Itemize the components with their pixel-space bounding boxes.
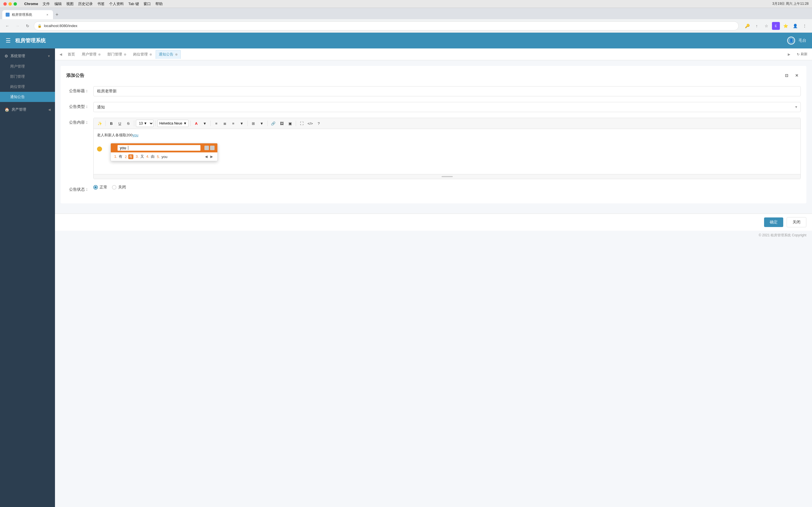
- tab-notices[interactable]: 通知公告 ⊗: [156, 50, 181, 59]
- ime-indicator: [114, 145, 116, 151]
- tab-next-btn[interactable]: ▶: [785, 51, 792, 58]
- menu-file[interactable]: 文件: [43, 1, 50, 6]
- table-arrow[interactable]: ▼: [258, 120, 266, 127]
- tab-positions[interactable]: 岗位管理 ⊗: [130, 50, 155, 59]
- sidebar-notice-label: 通知公告: [10, 95, 25, 99]
- video-btn[interactable]: ▣: [286, 120, 294, 127]
- unordered-list-btn[interactable]: ≡: [212, 120, 220, 127]
- title-input[interactable]: [93, 86, 801, 96]
- menu-dots-icon[interactable]: ⋮: [801, 22, 809, 30]
- new-tab-btn[interactable]: +: [53, 11, 61, 18]
- align-btn[interactable]: ≡: [229, 120, 237, 127]
- sidebar-toggle-btn[interactable]: ☰: [6, 37, 11, 44]
- share-icon[interactable]: ↑: [753, 22, 761, 30]
- tab-dept-close[interactable]: ⊗: [124, 53, 126, 56]
- menu-bookmarks[interactable]: 书签: [97, 1, 105, 6]
- status-normal-radio[interactable]: 正常: [93, 185, 107, 190]
- close-panel-btn[interactable]: ✕: [793, 71, 801, 79]
- tab-close-btn[interactable]: ×: [45, 12, 50, 17]
- address-bar-input[interactable]: 🔒 localhost:8080/index: [34, 21, 739, 31]
- ime-candidate-2[interactable]: 2. 有: [124, 154, 133, 159]
- status-closed-radio[interactable]: 关闭: [112, 185, 126, 190]
- reload-btn[interactable]: ↻: [24, 22, 32, 30]
- tab-prev-btn[interactable]: ◀: [57, 51, 64, 58]
- ime-candidate-5[interactable]: 5. you: [157, 155, 167, 159]
- tab-home[interactable]: 首页: [64, 50, 78, 59]
- strikethrough-btn[interactable]: S: [124, 120, 132, 127]
- maximize-panel-btn[interactable]: ⊡: [783, 71, 791, 79]
- font-family-dropdown[interactable]: Helvetica Neue ▼: [157, 120, 189, 127]
- sidebar-pos-label: 岗位管理: [10, 84, 25, 89]
- menu-edit[interactable]: 编辑: [54, 1, 62, 6]
- tab-users-label: 用户管理: [82, 52, 96, 57]
- font-color-arrow[interactable]: ▼: [201, 120, 209, 127]
- chrome-tab-active[interactable]: 租房管理系统 ×: [2, 10, 53, 19]
- candidate-3-index: 3.: [136, 154, 139, 159]
- bold-btn[interactable]: B: [107, 120, 115, 127]
- editor-resize-handle[interactable]: [442, 176, 453, 177]
- ime-prev-btn[interactable]: ◀: [204, 154, 209, 159]
- refresh-btn[interactable]: ↻ 刷新: [795, 51, 810, 58]
- extension-icon-1[interactable]: E: [772, 22, 780, 30]
- tab-pos-label: 岗位管理: [133, 52, 148, 57]
- maximize-window-btn[interactable]: [13, 2, 17, 6]
- ime-candidate-3[interactable]: 3. 又: [136, 154, 144, 159]
- candidate-5-index: 5.: [157, 155, 160, 159]
- ime-candidate-1[interactable]: 1. 有: [114, 154, 122, 159]
- sidebar-system-label: 系统管理: [10, 54, 25, 59]
- sidebar-item-departments[interactable]: 部门管理: [0, 71, 55, 82]
- menu-window[interactable]: 窗口: [144, 1, 151, 6]
- confirm-btn[interactable]: 确定: [764, 217, 783, 227]
- tab-departments[interactable]: 部门管理 ⊗: [104, 50, 130, 59]
- editor-text-typed: you: [133, 133, 139, 137]
- password-icon[interactable]: 🔑: [743, 22, 751, 30]
- magic-btn[interactable]: ✨: [96, 120, 104, 127]
- menu-history[interactable]: 历史记录: [78, 1, 93, 6]
- sidebar-section-property-header[interactable]: 🏠 房产管理 ◀: [0, 104, 55, 115]
- forward-btn[interactable]: →: [13, 22, 21, 30]
- ordered-list-btn[interactable]: ≣: [221, 120, 229, 127]
- underline-btn[interactable]: U: [116, 120, 124, 127]
- align-arrow[interactable]: ▼: [238, 120, 246, 127]
- menu-tab[interactable]: Tab 键: [128, 1, 139, 6]
- sidebar-item-positions[interactable]: 岗位管理: [0, 82, 55, 92]
- ime-control-2[interactable]: [210, 146, 214, 150]
- sidebar-item-notices[interactable]: 通知公告: [0, 92, 55, 102]
- ime-control-1[interactable]: [204, 146, 209, 150]
- user-profile-icon[interactable]: 👤: [791, 22, 799, 30]
- code-btn[interactable]: </>: [306, 120, 314, 127]
- ime-next-btn[interactable]: ▶: [209, 154, 214, 159]
- cancel-btn[interactable]: 关闭: [786, 217, 806, 227]
- image-btn[interactable]: 🖼: [278, 120, 286, 127]
- editor-body[interactable]: 老人和新人各领取200you y: [94, 129, 801, 174]
- font-color-btn[interactable]: A: [192, 120, 200, 127]
- ime-input-row: you: [111, 144, 217, 152]
- tab-users[interactable]: 用户管理 ⊗: [79, 50, 104, 59]
- tab-notice-close[interactable]: ⊗: [175, 53, 177, 56]
- toolbar-sep-3: [155, 121, 156, 126]
- panel-title-row: 添加公告 ⊡ ✕: [66, 71, 801, 79]
- ime-candidate-4[interactable]: 4. 由: [146, 154, 154, 159]
- tab-pos-close[interactable]: ⊗: [149, 53, 152, 56]
- bookmark-icon[interactable]: ☆: [762, 22, 770, 30]
- type-select[interactable]: 通知 公告 奖惩: [93, 102, 801, 112]
- font-size-select[interactable]: 13 ▼: [136, 120, 154, 127]
- link-btn[interactable]: 🔗: [269, 120, 277, 127]
- close-window-btn[interactable]: [3, 2, 7, 6]
- sidebar-section-system-header[interactable]: ⚙ 系统管理 ▼: [0, 51, 55, 61]
- minimize-window-btn[interactable]: [8, 2, 12, 6]
- sidebar-item-users[interactable]: 用户管理: [0, 61, 55, 71]
- tab-users-close[interactable]: ⊗: [98, 53, 101, 56]
- menu-chrome[interactable]: Chrome: [24, 2, 38, 6]
- menu-view[interactable]: 视图: [66, 1, 73, 6]
- type-field-row: 公告类型： 通知 公告 奖惩 ▼: [66, 102, 801, 112]
- fullscreen-btn[interactable]: ⛶: [298, 120, 306, 127]
- table-btn[interactable]: ⊞: [249, 120, 257, 127]
- extension-icon-2[interactable]: ⭐: [781, 22, 790, 30]
- menu-help[interactable]: 帮助: [155, 1, 163, 6]
- user-avatar[interactable]: 👤: [787, 37, 795, 45]
- menu-profile[interactable]: 个人资料: [109, 1, 124, 6]
- help-btn[interactable]: ?: [315, 120, 322, 127]
- back-btn[interactable]: ←: [3, 22, 11, 30]
- ime-popup: you: [110, 143, 218, 161]
